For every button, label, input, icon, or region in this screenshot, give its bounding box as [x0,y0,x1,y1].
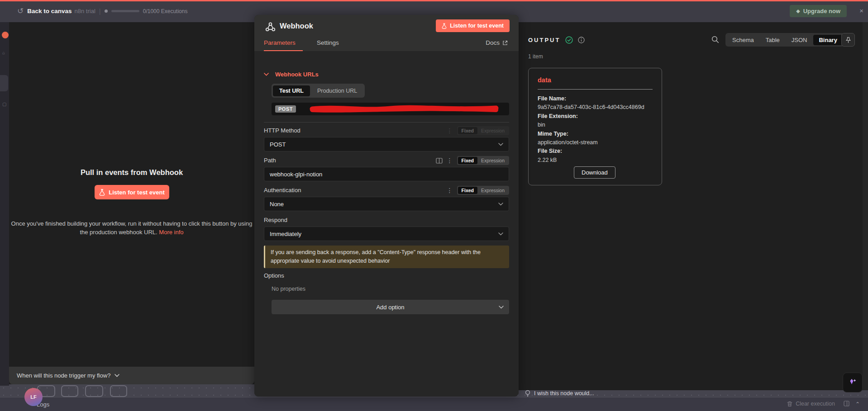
left-sidebar-rail[interactable]: ⌂ ▢ [0,22,9,386]
brand-accent-line [0,0,868,1]
add-option-label: Add option [376,304,404,311]
output-search-icon[interactable] [711,36,719,43]
options-label: Options [264,272,284,279]
chevron-down-icon [498,143,503,146]
chevron-down-icon [498,203,503,206]
binary-data-card: data File Name: 9a57ca78-da57-403c-81c6-… [528,68,662,185]
collapse-panel-icon[interactable]: ⌃ [855,401,860,407]
modal-tabs: Parameters Settings Docs [254,36,519,51]
http-method-value: POST [270,141,286,148]
redaction-scribble [309,104,499,113]
tab-schema[interactable]: Schema [727,35,759,45]
executions-progress-dot [105,9,108,13]
canvas-node-outline[interactable] [110,385,127,397]
external-link-icon [502,40,508,46]
tab-binary[interactable]: Binary [813,35,842,45]
webhook-urls-label: Webhook URLs [275,71,319,78]
canvas-node-outline[interactable] [61,385,78,397]
expression-toggle[interactable]: Expression [477,157,508,164]
webhook-icon [264,21,277,33]
trash-icon [787,401,792,407]
topbar-separator: | [99,7,101,15]
n8n-app: ↺ Back to canvas n8n trial | 0/1000 Exec… [0,0,868,411]
clear-execution-label: Clear execution [796,401,835,407]
kebab-icon: ⋮ [447,127,453,134]
canvas-node-outline[interactable] [85,385,103,397]
path-param-controls: ⋮ Fixed Expression [436,156,509,165]
modal-listen-button[interactable]: Listen for test event [436,19,510,32]
chevron-down-icon [499,306,504,309]
respond-select[interactable]: Immediately [264,227,509,241]
split-panel-icon[interactable] [436,158,443,164]
file-size-label: File Size: [538,148,562,154]
kebab-icon[interactable]: ⋮ [447,187,453,194]
fixed-toggle: Fixed [458,127,477,134]
wish-node-prompt[interactable]: I wish this node would... [525,389,594,397]
add-option-select[interactable]: Add option [272,300,509,314]
content-type-notice: If you are sending back a response, add … [264,246,509,268]
docs-link[interactable]: Docs [486,39,508,46]
respond-label: Respond [264,217,287,223]
test-url-tab[interactable]: Test URL [273,85,310,96]
path-value: webhook-glpi-notion [270,171,322,178]
sparkle-icon [848,378,858,387]
mime-type-label: Mime Type: [538,131,568,137]
node-title: Webhook [280,22,313,30]
http-method-select[interactable]: POST [264,137,509,151]
webhook-url-bar[interactable]: POST [272,103,509,115]
success-check-icon [565,36,573,44]
flask-icon [99,189,105,196]
file-extension-label: File Extension: [538,113,578,119]
docs-label: Docs [486,39,500,46]
authentication-select[interactable]: None [264,197,509,211]
file-name-label: File Name: [538,95,566,102]
pin-icon [845,37,851,43]
info-icon[interactable] [578,37,585,43]
tab-parameters[interactable]: Parameters [264,39,296,46]
upgrade-now-button[interactable]: ◆ Upgrade now [790,5,847,17]
tab-json[interactable]: JSON [786,35,813,45]
auth-fixed-expression-toggle: Fixed Expression [457,186,509,195]
production-url-hint: Once you've finished building your workf… [11,220,253,237]
production-url-tab[interactable]: Production URL [311,85,363,96]
file-extension-value: bin [538,122,545,128]
clear-execution-button[interactable]: Clear execution [787,401,835,407]
authentication-label: Authentication [264,187,301,194]
user-avatar[interactable]: LF [24,388,43,406]
pin-data-button[interactable] [841,33,855,47]
chevron-down-icon [264,73,269,76]
respond-value: Immediately [270,231,301,237]
sidebar-selected-item[interactable] [0,75,8,91]
tab-settings[interactable]: Settings [317,39,339,46]
card-divider [538,89,653,90]
sidebar-glyph: ⌂ [2,50,5,55]
output-panel-title: OUTPUT [528,37,560,43]
back-to-canvas-link[interactable]: Back to canvas [27,8,72,14]
kebab-icon[interactable]: ⋮ [447,157,453,164]
sidebar-glyph: ▢ [2,102,6,107]
ai-assistant-button[interactable] [843,373,863,392]
fixed-toggle[interactable]: Fixed [458,157,477,164]
more-info-link[interactable]: More info [159,229,183,236]
chevron-down-icon [114,374,119,377]
tab-table[interactable]: Table [760,35,785,45]
http-method-disabled-toggle: ⋮ Fixed Expression [447,126,509,135]
path-label: Path [264,157,276,164]
path-input[interactable]: webhook-glpi-notion [264,167,509,181]
trial-label: n8n trial [75,8,95,14]
open-logs-icon[interactable] [844,401,849,406]
banner-close-icon[interactable]: × [859,7,863,14]
listen-button-label: Listen for test event [109,189,165,196]
listen-for-test-event-button[interactable]: Listen for test event [95,185,169,199]
output-scrollbar[interactable] [863,22,868,390]
binary-key-label: data [538,76,653,84]
history-icon[interactable]: ↺ [17,6,24,16]
trigger-info-bar[interactable]: When will this node trigger my flow? [9,367,254,384]
webhook-node-modal: Webhook Listen for test event Parameters… [254,15,519,397]
expression-toggle[interactable]: Expression [477,187,508,194]
webhook-urls-section-header[interactable]: Webhook URLs [264,71,319,78]
modal-body: Webhook URLs Test URL Production URL POS… [254,51,519,397]
fixed-toggle[interactable]: Fixed [458,187,477,194]
download-button[interactable]: Download [574,166,615,179]
section-divider [264,122,509,123]
